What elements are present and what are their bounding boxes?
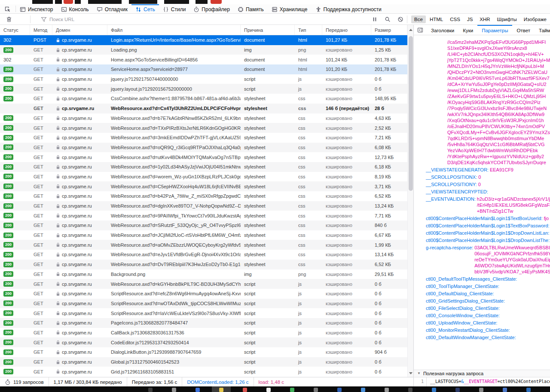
taskbar-app-icon[interactable]: [172, 388, 176, 392]
request-row[interactable]: 200GETcp.srvgame.ruWebResource.axd?d=dgI…: [0, 201, 407, 211]
request-row[interactable]: 200GETcp.srvgame.ruWebResource.axd?d=b7E…: [0, 113, 407, 123]
details-tab-тайм[interactable]: Тайм: [535, 25, 550, 35]
request-row[interactable]: 200GETcp.srvgame.ruWebResource.axd?d=DvT…: [0, 260, 407, 270]
devtools-tab-style-editor[interactable]: Стили: [159, 4, 190, 13]
windows-taskbar[interactable]: [0, 386, 550, 392]
cause-cell: stylesheet: [241, 242, 295, 248]
filter-button-css[interactable]: CSS: [447, 15, 463, 23]
column-header-7[interactable]: Передано: [322, 25, 371, 35]
devtools-tab-network[interactable]: Сеть: [131, 4, 159, 13]
taskbar-app-icon[interactable]: [290, 388, 294, 392]
devtools-tab-storage[interactable]: Хранилище: [268, 4, 312, 13]
taskbar-app-icon[interactable]: [219, 388, 223, 392]
param-entry: ctl00$ContentPlaceHolderMain$Login1$Drop…: [414, 230, 550, 236]
request-row[interactable]: 200GETcp.srvgame.ruWebResource.axd?d=9PA…: [0, 211, 407, 220]
taskbar-app-icon[interactable]: [385, 388, 389, 392]
request-row[interactable]: 200GETcp.srvgame.ruCssCombine.ashx?theme…: [0, 94, 407, 104]
filter-button-все[interactable]: Все: [411, 15, 426, 23]
devtools-tab-accessibility[interactable]: Поддержка доступности: [312, 4, 385, 13]
request-row[interactable]: 200GETcp.srvgame.ruWebResource.axd?d=SRu…: [0, 220, 407, 230]
scroll-down-arrow-icon[interactable]: [408, 370, 413, 376]
request-row[interactable]: 200GETcp.srvgame.ruDialogLinkButton.js?1…: [0, 347, 407, 357]
request-row[interactable]: 200GETcp.srvgame.rujquery.layout.js?1292…: [0, 84, 407, 94]
devtools-tab-inspector[interactable]: Инспектор: [16, 4, 57, 13]
request-row[interactable]: 200GETcp.srvgame.ruScriptResource.axd?d=…: [0, 299, 407, 309]
taskbar-app-icon[interactable]: [337, 388, 342, 392]
pause-traffic-button[interactable]: [368, 16, 381, 22]
request-row[interactable]: 200GETcp.srvgame.ruWebResource.axd?d=TXx…: [0, 123, 407, 133]
taskbar-app-icon[interactable]: [314, 388, 318, 392]
column-header-4[interactable]: Файл: [107, 25, 241, 35]
request-row[interactable]: 200GETcp.srvgame.ruScriptResource.axd?d=…: [0, 289, 407, 299]
taskbar-app-icon[interactable]: [503, 388, 507, 392]
request-row[interactable]: 302POSTcp.srvgame.ruLogin.aspx?ReturnUrl…: [0, 35, 407, 45]
filter-button-шрифты[interactable]: Шрифты: [494, 15, 520, 23]
request-row[interactable]: GETcp.srvgame.ruWebResource.axd?d=Cx4TyI…: [0, 104, 407, 113]
taskbar-app-icon[interactable]: [266, 388, 271, 392]
request-row[interactable]: 200GETcp.srvgame.ruWebResource.axd?d=C5e…: [0, 181, 407, 191]
taskbar-app-icon[interactable]: [361, 388, 365, 392]
filter-button-html[interactable]: HTML: [427, 15, 446, 23]
toggle-details-pane-button[interactable]: [414, 25, 427, 35]
search-button[interactable]: [381, 16, 394, 22]
filter-button-изображе[interactable]: Изображе: [521, 15, 550, 23]
status-cell: 200: [0, 349, 30, 355]
column-header-5[interactable]: Причина: [241, 25, 295, 35]
request-payload-section-header[interactable]: ▼ Полезная нагрузка запроса: [414, 370, 550, 377]
taskbar-app-icon[interactable]: [432, 388, 436, 392]
details-tab-параметры[interactable]: Параметры: [477, 25, 512, 35]
taskbar-app-icon[interactable]: [526, 388, 531, 392]
details-tab-ответ[interactable]: Ответ: [512, 25, 534, 35]
scrollbar-thumb[interactable]: [409, 36, 413, 191]
column-header-2[interactable]: Метод: [30, 25, 52, 35]
request-row[interactable]: 200GETcp.srvgame.ruCallBack.js?130682830…: [0, 328, 407, 338]
request-row[interactable]: 200GETcp.srvgame.ruGlobal.js?13127500460…: [0, 357, 407, 367]
request-row[interactable]: 200GETcp.srvgame.ruPageIcons.js?13068282…: [0, 318, 407, 328]
param-value: [501, 305, 550, 311]
search-url-input[interactable]: [49, 17, 221, 22]
filter-button-js[interactable]: JS: [464, 15, 476, 23]
request-row[interactable]: 200GETcp.srvgame.ruWebResource.axd?d=aOM…: [0, 240, 407, 250]
taskbar-app-icon[interactable]: [408, 388, 412, 392]
lock-icon: [56, 155, 60, 159]
request-row[interactable]: 200GETcp.srvgame.ruCodeEditor.js?1295313…: [0, 337, 407, 347]
table-scrollbar[interactable]: [407, 25, 413, 377]
details-tab-заголовки[interactable]: Заголовки: [427, 25, 458, 35]
request-blocking-button[interactable]: [394, 16, 407, 22]
clear-requests-button[interactable]: [0, 16, 18, 22]
request-row[interactable]: 200GETcp.srvgame.ruWebResource.axd?d=wor…: [0, 172, 407, 182]
param-key: ctl00_GridSettingsDialog_ClientState:: [426, 298, 506, 304]
devtools-tab-debugger[interactable]: Отладчик: [93, 4, 131, 13]
request-row[interactable]: 200GETcp.srvgame.ruWebResource.axd?d=3mk…: [0, 133, 407, 143]
column-header-6[interactable]: Тип: [295, 25, 322, 35]
taskbar-app-icon[interactable]: [479, 388, 483, 392]
request-row[interactable]: 200GETcp.srvgame.ruLoading.pngimgpngкэши…: [0, 45, 407, 55]
request-row[interactable]: 200GETcp.srvgame.ruBackground.pngimgpngк…: [0, 270, 407, 279]
element-picker-button[interactable]: [0, 4, 15, 13]
column-header-1[interactable]: Статус: [0, 25, 30, 35]
taskbar-app-icon[interactable]: [196, 388, 200, 392]
request-row[interactable]: 200GETcp.srvgame.ruWebResource.axd?d=oQR…: [0, 143, 407, 153]
request-row[interactable]: 200GETcp.srvgame.ruServiceHome.aspx?serv…: [0, 64, 407, 74]
taskbar-app-icon[interactable]: [243, 388, 247, 392]
devtools-tab-console[interactable]: Консоль: [57, 4, 93, 13]
request-row[interactable]: 200GETcp.srvgame.ruWebResource.axd?d=1y0…: [0, 162, 407, 172]
column-header-3[interactable]: Домен: [52, 25, 107, 35]
devtools-tab-profiler[interactable]: Профайлер: [189, 4, 234, 13]
request-row[interactable]: 200GETcp.srvgame.ruWebResource.axd?d=kGY…: [0, 279, 407, 289]
request-row[interactable]: 200GETcp.srvgame.rujquery.js?12921750744…: [0, 74, 407, 84]
column-header-8[interactable]: Размер: [371, 25, 407, 35]
request-row[interactable]: 200GETcp.srvgame.ruWebResource.axd?d=utK…: [0, 152, 407, 162]
request-row[interactable]: 200GETcp.srvgame.ruScriptResource.axd?d=…: [0, 308, 407, 318]
request-row[interactable]: 200GETcp.srvgame.ruWebResource.axd?d=b42…: [0, 191, 407, 201]
taskbar-app-icon[interactable]: [148, 388, 153, 392]
scroll-up-arrow-icon[interactable]: [408, 27, 413, 33]
request-row[interactable]: 200GETcp.srvgame.ruWebResource.axd?d=eJy…: [0, 250, 407, 260]
devtools-tab-memory[interactable]: Память: [234, 4, 268, 13]
details-tab-куки[interactable]: Куки: [458, 25, 477, 35]
filter-button-xhr[interactable]: XHR: [477, 15, 493, 23]
request-row[interactable]: 200GETcp.srvgame.ruGrid.js?1296116831058…: [0, 367, 407, 377]
request-row[interactable]: 200GETcp.srvgame.ruWebResource.axd?d=JCj…: [0, 230, 407, 240]
request-row[interactable]: 302GETcp.srvgame.ruHome.aspx?GoToService…: [0, 55, 407, 64]
taskbar-app-icon[interactable]: [455, 388, 460, 392]
